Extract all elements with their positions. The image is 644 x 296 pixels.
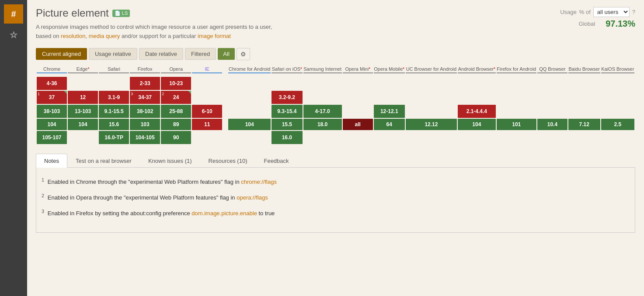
note-1-num: 1 [42,177,44,182]
image-format-link[interactable]: image format [198,33,231,39]
compat-cell: 101 [497,119,536,130]
notes-section: 1 Enabled in Chrome through the "experim… [36,168,635,233]
compat-cell [374,91,405,104]
edge-header: Edge* [68,66,98,76]
usage-relative-button[interactable]: Usage relative [89,48,137,60]
compat-cell: 2.5 [601,119,634,130]
compat-cell [568,77,600,90]
kaios-browser-header: KaiOS Browser [601,66,634,76]
compat-cell [601,131,634,144]
compat-cell: 103 [130,119,160,130]
compat-cell: 9.1-15.5 [99,105,129,118]
compat-cell: 334-37 [130,91,160,104]
compat-cell: 38-103 [37,105,67,118]
compat-cell [458,77,496,90]
compat-cell [303,91,342,104]
compat-cell [99,77,129,90]
resolution-link[interactable]: resolution [61,33,85,39]
compat-cell [68,77,98,90]
compat-cell [192,91,222,104]
compat-cell [406,105,457,118]
cell-note-sup: 1 [38,92,40,96]
compat-cell: 224 [161,91,191,104]
table-row: 10410415.6103891110415.518.0all6412.1210… [37,119,634,130]
compat-cell [228,105,271,118]
compat-cell [568,105,600,118]
compat-cell: all [343,119,373,130]
baidu-browser-header: Baidu Browser [568,66,600,76]
sidebar: # ☆ [0,0,27,296]
compat-cell: 38-102 [130,105,160,118]
global-label: Global [579,21,595,27]
current-aligned-button[interactable]: Current aligned [36,48,87,60]
tab-known-issues[interactable]: Known issues (1) [140,154,200,168]
compat-cell: 90 [161,131,191,144]
compat-cell [228,77,271,90]
table-row: 4-362-3310-23 [37,77,634,90]
ls-badge-text: LS [122,10,128,16]
compat-cell: 18.0 [303,119,342,130]
samsung-header: Samsung Internet [303,66,342,76]
compat-cell: 16.0 [272,131,302,144]
safari-ios-header: Safari on iOS* [272,66,302,76]
qq-browser-header: QQ Browser [537,66,567,76]
compat-cell [601,77,634,90]
chrome-flags-link[interactable]: chrome://flags [241,179,277,185]
compat-cell [537,131,567,144]
compat-cell [272,77,302,90]
dom-pref-link[interactable]: dom.image.picture.enable [191,210,257,217]
compat-cell: 12.12 [406,119,457,130]
spacer-cell [223,77,227,90]
filtered-button[interactable]: Filtered [185,48,216,60]
compat-cell: 16.0-TP [99,131,129,144]
compat-cell [537,77,567,90]
opera-flags-link[interactable]: opera://flags [237,194,268,201]
table-row: 105-10716.0-TP104-1059016.0 [37,131,634,144]
safari-header: Safari [99,66,129,76]
compat-cell [458,131,496,144]
spacer-header [223,66,227,76]
spacer-cell [223,119,227,130]
tab-test[interactable]: Test on a real browser [67,154,140,168]
tab-resources[interactable]: Resources (10) [200,154,256,168]
date-relative-button[interactable]: Date relative [139,48,183,60]
compat-cell [497,91,536,104]
compat-cell [537,105,567,118]
compat-cell [303,77,342,90]
compat-cell: 12-12.1 [374,105,405,118]
compat-cell: 4-36 [37,77,67,90]
spacer-cell [223,131,227,144]
all-button[interactable]: All [218,48,234,60]
sidebar-hash-icon[interactable]: # [4,4,23,24]
users-select[interactable]: all users my users [593,7,630,17]
usage-panel: Usage % of all users my users ? Global 9… [548,7,635,29]
compat-cell [374,77,405,90]
usage-row: Usage % of all users my users ? [548,7,635,17]
compat-cell: 10.4 [537,119,567,130]
compat-cell: 15.5 [272,119,302,130]
note-3: 3 Enabled in Firefox by setting the abou… [42,208,630,218]
chrome-android-header: Chrome for Android [228,66,271,76]
media-query-link[interactable]: media query [89,33,120,39]
compat-cell [343,131,373,144]
compat-cell [192,131,222,144]
tab-notes[interactable]: Notes [36,154,67,168]
gear-button[interactable]: ⚙ [237,48,250,60]
ie-header: IE [192,66,222,76]
ls-icon: 📄 [115,10,121,16]
ls-badge: 📄 LS [112,10,130,17]
tab-feedback[interactable]: Feedback [255,154,297,168]
sidebar-star-icon[interactable]: ☆ [4,25,23,45]
cell-flag [64,91,67,94]
global-row: Global 97.13% [548,19,635,29]
compat-cell [601,105,634,118]
usage-question[interactable]: ? [632,9,635,15]
compat-cell [228,131,271,144]
compat-cell: 4-17.0 [303,105,342,118]
compat-cell: 64 [374,119,405,130]
compat-cell: 11 [192,119,222,130]
compat-cell: 2-33 [130,77,160,90]
page-title: Picture element [36,7,109,19]
compat-cell [343,105,373,118]
table-row: 137123.1-9334-372243.2-9.2 [37,91,634,104]
